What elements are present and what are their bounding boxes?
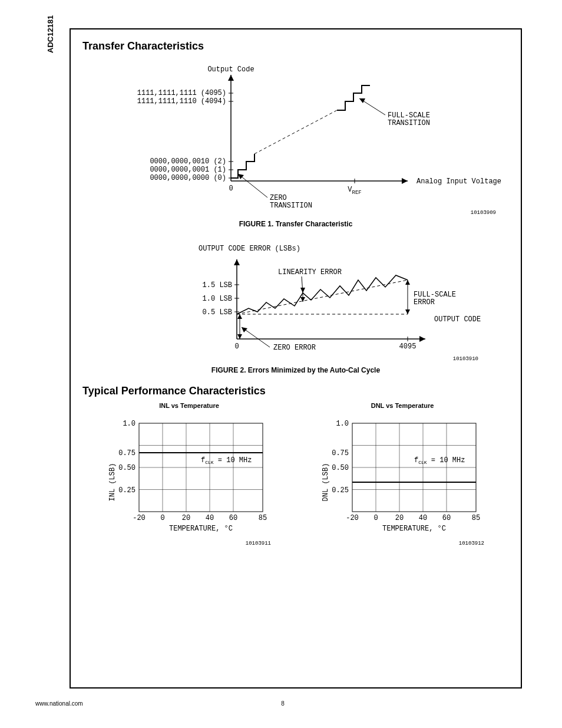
chart-inl-xlabel: TEMPERATURE, °C [169,525,233,533]
svg-line-13 [238,174,267,197]
chart-dnl-annot: fCLK = 10 MHz [414,456,465,465]
fig2-xtick-0: 0 [234,342,239,351]
inl-ytick-05: 0.50 [118,464,135,472]
fig2-linearity: LINEARITY ERROR [278,268,342,276]
svg-marker-26 [300,288,305,293]
fig2-ytick-1: 1.0 LSB [203,295,232,303]
dnl-xtick-d: 40 [419,514,427,522]
fig2-id: 10103910 [453,356,478,362]
chart-inl-id: 10103911 [246,541,271,546]
dnl-xtick-e: 60 [442,514,451,522]
footer-url: www.national.com [35,700,83,707]
svg-marker-12 [359,98,365,103]
svg-marker-18 [234,259,240,265]
fig1-xtick-0: 0 [229,185,233,193]
fig1-zero-a: ZERO [270,194,287,202]
svg-line-23 [237,280,408,314]
footer-page-number: 8 [281,700,285,707]
inl-ytick-1: 1.0 [123,420,135,428]
dnl-xtick-c: 20 [395,514,404,522]
chart-inl-ylabel: INL (LSB) [108,463,117,502]
dnl-ytick-1: 1.0 [336,420,349,428]
svg-marker-34 [237,334,242,339]
chart-dnl-ylabel: DNL (LSB) [322,463,330,502]
fig1-ytick-4094: 1111,1111,1110 (4094) [137,97,226,106]
chart-dnl-id: 10103912 [459,541,484,546]
svg-marker-16 [419,336,425,342]
chart-inl-title: INL vs Temperature [104,402,275,409]
section-title-perf: Typical Performance Characteristics [82,385,509,397]
inl-ytick-025: 0.25 [118,486,135,495]
fig2-y-title: OUTPUT CODE ERROR (LSBs) [199,245,300,253]
svg-marker-1 [402,178,408,184]
dnl-xtick-b: 0 [373,514,378,522]
figure-1-caption: FIGURE 1. Transfer Characteristic [82,220,509,228]
chart-inl: INL (LSB) fCLK = [104,411,275,547]
page-footer: www.national.com 8 [35,700,530,707]
page-content-frame: Transfer Characteristics Output Code Ana… [70,28,522,689]
dnl-xtick-f: 85 [472,514,480,522]
fig1-fullscale-a: FULL-SCALE [388,111,430,120]
fig2-ytick-2: 0.5 LSB [203,308,232,317]
inl-ytick-075: 0.75 [118,449,135,457]
svg-marker-37 [405,309,410,314]
fig2-zero: ZERO ERROR [273,344,316,352]
dnl-xtick-a: -20 [346,514,359,522]
svg-marker-36 [405,280,410,285]
svg-line-10 [254,110,337,154]
fig1-id: 10103909 [471,210,496,216]
figure-2-diagram: OUTPUT CODE ERROR (LSBs) OUTPUT CODE 1.5… [107,239,484,363]
svg-marker-3 [228,75,234,81]
chart-inl-wrap: INL vs Temperature INL (LSB) [104,402,275,549]
chart-dnl-xlabel: TEMPERATURE, °C [382,525,446,533]
dnl-ytick-05: 0.50 [332,464,349,472]
fig2-fullscale-b: ERROR [414,298,435,307]
fig1-ytick-4095: 1111,1111,1111 (4095) [137,89,226,97]
section-title-transfer: Transfer Characteristics [82,40,509,52]
inl-xtick-e: 60 [229,514,237,522]
fig1-x-title: Analog Input Voltage (VIN) [416,177,502,187]
fig1-zero-b: TRANSITION [270,202,312,210]
fig1-ytick-0: 0000,0000,0000 (0) [150,174,226,182]
figure-1-wrap: Output Code Analog Input Voltage (VIN) 1… [82,57,509,228]
svg-marker-31 [242,327,247,332]
chart-inl-annot: fCLK = 10 MHz [201,456,252,465]
perf-charts-row: INL vs Temperature INL (LSB) [82,402,509,549]
dnl-ytick-025: 0.25 [332,486,349,495]
svg-marker-33 [237,314,242,319]
fig1-ytick-1: 0000,0000,0001 (1) [150,166,226,174]
figure-1-diagram: Output Code Analog Input Voltage (VIN) 1… [90,57,502,216]
svg-marker-14 [238,174,244,179]
inl-xtick-f: 85 [259,514,267,522]
chart-dnl-title: DNL vs Temperature [317,402,488,409]
fig2-fullscale-a: FULL-SCALE [414,291,456,299]
inl-xtick-a: -20 [133,514,146,522]
fig2-x-title: OUTPUT CODE [434,315,481,324]
inl-xtick-b: 0 [160,514,164,522]
fig1-xtick-vref: VREF [348,186,361,196]
fig1-y-title: Output Code [207,65,254,74]
dnl-ytick-075: 0.75 [332,449,349,457]
fig2-ytick-0: 1.5 LSB [203,281,232,289]
fig2-xtick-4095: 4095 [399,342,416,351]
inl-xtick-d: 40 [206,514,214,522]
part-number-sidebar: ADC12181 [46,15,55,53]
figure-2-caption: FIGURE 2. Errors Minimized by the Auto-C… [82,366,509,374]
fig1-ytick-2: 0000,0000,0010 (2) [150,157,226,166]
chart-dnl: DNL (LSB) fCLK = 10 MHz 1.0 [317,411,488,547]
fig1-fullscale-b: TRANSITION [388,119,430,127]
inl-xtick-c: 20 [182,514,190,522]
figure-2-wrap: OUTPUT CODE ERROR (LSBs) OUTPUT CODE 1.5… [82,239,509,374]
chart-dnl-wrap: DNL vs Temperature DNL (LSB) fCLK = 10 M… [317,402,488,549]
